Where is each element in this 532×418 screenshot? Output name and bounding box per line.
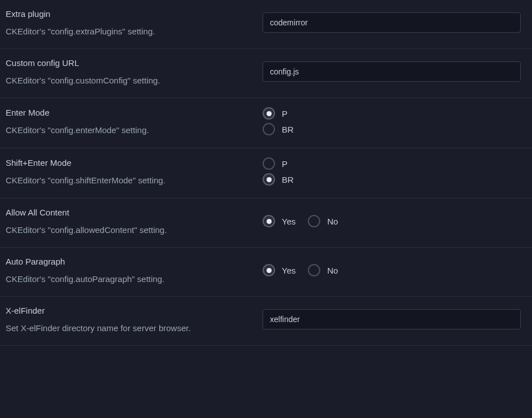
setting-title: Allow All Content: [6, 208, 257, 217]
extra-plugin-input[interactable]: [263, 12, 521, 33]
setting-description: CKEditor's "config.customConfig" setting…: [6, 76, 257, 85]
custom-config-input[interactable]: [263, 61, 521, 82]
setting-description: Set X-elFinder directory name for server…: [6, 323, 257, 333]
setting-extra-plugin: Extra plugin CKEditor's "config.extraPlu…: [0, 0, 532, 49]
setting-description: CKEditor's "config.extraPlugins" setting…: [6, 27, 257, 36]
enter-mode-radio-p[interactable]: P: [263, 107, 521, 120]
enter-mode-radio-group: P BR: [263, 107, 521, 135]
setting-description: CKEditor's "config.allowedContent" setti…: [6, 225, 257, 235]
setting-input-column: P BR: [263, 157, 526, 186]
xelfinder-input[interactable]: [263, 309, 521, 329]
radio-label: Yes: [282, 217, 295, 226]
setting-description: CKEditor's "config.enterMode" setting.: [6, 125, 257, 135]
radio-icon: [308, 264, 320, 276]
setting-label-column: Custom config URL CKEditor's "config.cus…: [6, 58, 263, 85]
shift-enter-mode-radio-group: P BR: [263, 157, 521, 186]
radio-icon: [263, 157, 275, 170]
auto-paragraph-radio-no[interactable]: No: [308, 264, 338, 276]
radio-label: P: [282, 109, 287, 118]
setting-title: Enter Mode: [6, 108, 257, 117]
setting-description: CKEditor's "config.autoParagraph" settin…: [6, 274, 257, 284]
setting-input-column: [263, 12, 526, 33]
allow-all-content-radio-no[interactable]: No: [308, 215, 338, 227]
shift-enter-mode-radio-br[interactable]: BR: [263, 173, 521, 186]
setting-input-column: [263, 61, 526, 82]
setting-label-column: Extra plugin CKEditor's "config.extraPlu…: [6, 9, 263, 36]
setting-title: Auto Paragraph: [6, 257, 257, 266]
radio-icon: [263, 264, 275, 276]
setting-title: Extra plugin: [6, 9, 257, 19]
setting-auto-paragraph: Auto Paragraph CKEditor's "config.autoPa…: [0, 248, 532, 297]
auto-paragraph-radio-group: Yes No: [263, 264, 521, 276]
allow-all-content-radio-yes[interactable]: Yes: [263, 215, 295, 227]
setting-input-column: Yes No: [263, 264, 526, 276]
radio-icon: [263, 107, 275, 120]
setting-allow-all-content: Allow All Content CKEditor's "config.all…: [0, 199, 532, 248]
setting-label-column: Enter Mode CKEditor's "config.enterMode"…: [6, 108, 263, 135]
radio-label: No: [327, 217, 338, 226]
radio-icon: [263, 123, 275, 135]
radio-icon: [308, 215, 320, 227]
radio-label: BR: [282, 175, 294, 184]
setting-custom-config: Custom config URL CKEditor's "config.cus…: [0, 49, 532, 98]
setting-input-column: Yes No: [263, 215, 526, 227]
setting-title: Custom config URL: [6, 58, 257, 68]
setting-xelfinder: X-elFinder Set X-elFinder directory name…: [0, 297, 532, 346]
radio-label: P: [282, 159, 287, 169]
enter-mode-radio-br[interactable]: BR: [263, 123, 521, 135]
setting-title: X-elFinder: [6, 306, 257, 315]
setting-enter-mode: Enter Mode CKEditor's "config.enterMode"…: [0, 98, 532, 148]
setting-input-column: P BR: [263, 107, 526, 135]
setting-title: Shift+Enter Mode: [6, 158, 257, 168]
radio-label: BR: [282, 125, 294, 134]
radio-label: Yes: [282, 266, 295, 275]
shift-enter-mode-radio-p[interactable]: P: [263, 157, 521, 170]
setting-description: CKEditor's "config.shiftEnterMode" setti…: [6, 175, 257, 185]
setting-label-column: Shift+Enter Mode CKEditor's "config.shif…: [6, 158, 263, 185]
setting-label-column: Auto Paragraph CKEditor's "config.autoPa…: [6, 257, 263, 284]
setting-shift-enter-mode: Shift+Enter Mode CKEditor's "config.shif…: [0, 148, 532, 199]
setting-label-column: X-elFinder Set X-elFinder directory name…: [6, 306, 263, 333]
radio-icon: [263, 173, 275, 186]
setting-input-column: [263, 309, 526, 329]
radio-icon: [263, 215, 275, 227]
allow-all-content-radio-group: Yes No: [263, 215, 521, 227]
setting-label-column: Allow All Content CKEditor's "config.all…: [6, 208, 263, 235]
radio-label: No: [327, 266, 338, 275]
auto-paragraph-radio-yes[interactable]: Yes: [263, 264, 295, 276]
